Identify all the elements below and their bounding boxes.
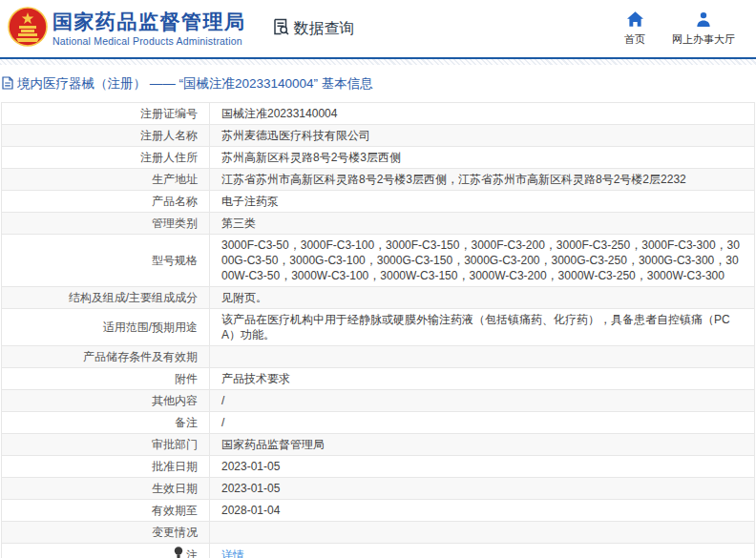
field-value: 见附页。	[210, 287, 755, 309]
field-value: 苏州麦德迅医疗科技有限公司	[210, 125, 755, 147]
table-row: 产品名称 电子注药泵	[2, 191, 755, 213]
header: 国家药品监督管理局 National Medical Products Admi…	[0, 0, 756, 57]
field-value: 国械注准20233140004	[210, 103, 755, 125]
field-value: /	[210, 390, 755, 412]
table-row: 批准日期 2023-01-05	[2, 456, 755, 478]
nav-online-hall[interactable]: 网上办事大厅	[672, 11, 735, 46]
field-value: 产品技术要求	[210, 368, 755, 390]
field-label: 审批部门	[2, 434, 210, 456]
nav-home[interactable]: 首页	[624, 11, 645, 46]
field-label: 附件	[2, 368, 210, 390]
field-label: 适用范围/预期用途	[2, 309, 210, 346]
table-row: 有效期至 2028-01-04	[2, 500, 755, 522]
table-row-note: 注 详情	[2, 544, 755, 558]
table-row: 备注 /	[2, 412, 755, 434]
nmpa-emblem-logo	[8, 7, 48, 51]
field-label: 型号规格	[2, 235, 210, 287]
field-value: 第三类	[210, 213, 755, 235]
field-label: 产品储存条件及有效期	[2, 346, 210, 368]
table-row: 附件 产品技术要求	[2, 368, 755, 390]
field-label: 注册人名称	[2, 125, 210, 147]
field-value: 3000F-C3-50，3000F-C3-100，3000F-C3-150，30…	[210, 235, 755, 287]
home-icon	[627, 11, 643, 33]
field-value: 2023-01-05	[210, 478, 755, 500]
registration-info-table: 注册证编号 国械注准20233140004 注册人名称 苏州麦德迅医疗科技有限公…	[1, 102, 755, 558]
field-label: 有效期至	[2, 500, 210, 522]
field-label: 产品名称	[2, 191, 210, 213]
person-icon	[696, 11, 711, 33]
table-row: 型号规格 3000F-C3-50，3000F-C3-100，3000F-C3-1…	[2, 235, 755, 287]
field-value: 2023-01-05	[210, 456, 755, 478]
table-row: 生产地址 江苏省苏州市高新区科灵路8号2号楼3层西侧，江苏省苏州市高新区科灵路8…	[2, 169, 755, 191]
nav-home-label: 首页	[624, 33, 645, 46]
field-value: 苏州高新区科灵路8号2号楼3层西侧	[210, 147, 755, 169]
field-label: 批准日期	[2, 456, 210, 478]
field-label: 生效日期	[2, 478, 210, 500]
table-row: 注册人名称 苏州麦德迅医疗科技有限公司	[2, 125, 755, 147]
table-row: 注册证编号 国械注准20233140004	[2, 103, 755, 125]
field-label: 备注	[2, 412, 210, 434]
table-row: 审批部门 国家药品监督管理局	[2, 434, 755, 456]
nav-online-hall-label: 网上办事大厅	[672, 33, 735, 46]
note-field-label: 注	[174, 547, 198, 558]
breadcrumb: 境内医疗器械（注册） —— “国械注准20233140004” 基本信息	[0, 65, 756, 102]
breadcrumb-text: 境内医疗器械（注册） —— “国械注准20233140004” 基本信息	[17, 75, 373, 93]
field-label: 注册人住所	[2, 147, 210, 169]
document-search-icon	[271, 17, 294, 40]
table-row: 注册人住所 苏州高新区科灵路8号2号楼3层西侧	[2, 147, 755, 169]
field-value: 江苏省苏州市高新区科灵路8号2号楼3层西侧，江苏省苏州市高新区科灵路8号2号楼2…	[210, 169, 755, 191]
header-divider	[0, 57, 756, 65]
document-icon	[2, 76, 13, 93]
table-row: 管理类别 第三类	[2, 213, 755, 235]
agency-title-block: 国家药品监督管理局 National Medical Products Admi…	[52, 10, 246, 47]
table-row: 变更情况	[2, 522, 755, 544]
agency-name-cn: 国家药品监督管理局	[52, 10, 246, 33]
table-row: 产品储存条件及有效期	[2, 346, 755, 368]
agency-name-en: National Medical Products Administration	[52, 35, 246, 47]
field-value	[210, 522, 755, 544]
field-label: 其他内容	[2, 390, 210, 412]
table-row: 其他内容 /	[2, 390, 755, 412]
field-label: 生产地址	[2, 169, 210, 191]
field-label: 结构及组成/主要组成成分	[2, 287, 210, 309]
bulb-icon	[174, 547, 183, 558]
field-label: 变更情况	[2, 522, 210, 544]
data-query-tab[interactable]: 数据查询	[271, 17, 355, 40]
field-value	[210, 346, 755, 368]
field-value: /	[210, 412, 755, 434]
field-value: 国家药品监督管理局	[210, 434, 755, 456]
table-row: 生效日期 2023-01-05	[2, 478, 755, 500]
table-row: 结构及组成/主要组成成分 见附页。	[2, 287, 755, 309]
data-query-label: 数据查询	[294, 19, 355, 39]
field-value: 电子注药泵	[210, 191, 755, 213]
table-row: 适用范围/预期用途 该产品在医疗机构中用于经静脉或硬膜外输注药液（包括镇痛药、化…	[2, 309, 755, 346]
field-value: 2028-01-04	[210, 500, 755, 522]
field-label: 管理类别	[2, 213, 210, 235]
details-link[interactable]: 详情	[221, 548, 244, 558]
header-nav: 首页 网上办事大厅	[624, 11, 735, 46]
field-value: 该产品在医疗机构中用于经静脉或硬膜外输注药液（包括镇痛药、化疗药），具备患者自控…	[210, 309, 755, 346]
field-label: 注册证编号	[2, 103, 210, 125]
